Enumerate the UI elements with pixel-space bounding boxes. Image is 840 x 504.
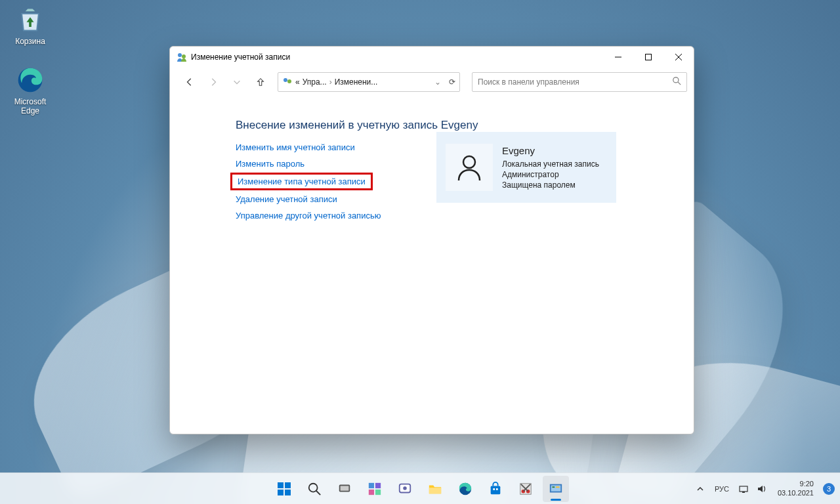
address-bar[interactable]: « Упра... › Изменени... ⌄ ⟳ bbox=[278, 72, 460, 92]
svg-rect-12 bbox=[278, 482, 284, 488]
svg-rect-28 bbox=[491, 486, 501, 494]
svg-rect-13 bbox=[285, 482, 291, 488]
svg-rect-20 bbox=[369, 482, 374, 488]
user-role: Администратор bbox=[502, 169, 599, 180]
highlight-box: Изменение типа учетной записи bbox=[230, 173, 373, 190]
clock[interactable]: 9:20 03.10.2021 bbox=[774, 480, 818, 498]
start-button[interactable] bbox=[271, 476, 297, 502]
user-accounts-icon bbox=[282, 77, 293, 87]
svg-point-8 bbox=[287, 79, 291, 83]
taskbar: РУС 9:20 03.10.2021 3 bbox=[0, 472, 840, 504]
search-input[interactable]: Поиск в панели управления bbox=[472, 72, 687, 92]
user-accounts-icon bbox=[177, 52, 187, 62]
svg-rect-19 bbox=[341, 486, 349, 490]
breadcrumb-level2[interactable]: Изменени... bbox=[335, 77, 378, 87]
language-indicator[interactable]: РУС bbox=[712, 485, 732, 493]
file-explorer-button[interactable] bbox=[422, 476, 448, 502]
window-content: Внесение изменений в учетную запись Evge… bbox=[170, 96, 694, 434]
user-name: Evgeny bbox=[502, 144, 599, 158]
recycle-bin-label: Корзина bbox=[5, 37, 55, 46]
svg-rect-15 bbox=[285, 490, 291, 495]
volume-icon[interactable] bbox=[755, 482, 768, 495]
clock-date: 03.10.2021 bbox=[778, 489, 814, 498]
svg-point-16 bbox=[309, 483, 318, 492]
svg-rect-39 bbox=[556, 486, 560, 488]
notification-center-button[interactable]: 3 bbox=[823, 483, 835, 495]
svg-rect-23 bbox=[375, 489, 381, 494]
user-account-type: Локальная учетная запись bbox=[502, 159, 599, 169]
svg-rect-21 bbox=[375, 482, 381, 488]
titlebar[interactable]: Изменение учетной записи bbox=[170, 47, 694, 68]
back-button[interactable] bbox=[179, 72, 200, 93]
widgets-button[interactable] bbox=[362, 476, 388, 502]
user-password-status: Защищена паролем bbox=[502, 180, 599, 190]
chevron-down-icon[interactable]: ⌄ bbox=[434, 77, 441, 87]
edge-label: Microsoft Edge bbox=[5, 97, 55, 116]
control-panel-button[interactable] bbox=[543, 476, 569, 502]
edge-button[interactable] bbox=[452, 476, 478, 502]
breadcrumb-level1[interactable]: Упра... bbox=[303, 77, 327, 87]
link-change-account-type[interactable]: Изменение типа учетной записи bbox=[238, 177, 366, 186]
store-button[interactable] bbox=[482, 476, 509, 502]
microsoft-edge-icon[interactable]: Microsoft Edge bbox=[5, 66, 55, 116]
user-card: Evgeny Локальная учетная запись Админист… bbox=[436, 132, 616, 203]
svg-rect-26 bbox=[429, 488, 441, 494]
refresh-button[interactable]: ⟳ bbox=[449, 77, 455, 87]
svg-rect-4 bbox=[646, 54, 652, 60]
recent-dropdown-button[interactable] bbox=[226, 72, 247, 93]
minimize-button[interactable] bbox=[603, 47, 633, 68]
svg-rect-29 bbox=[493, 488, 495, 490]
svg-rect-14 bbox=[278, 490, 284, 495]
svg-line-10 bbox=[678, 82, 681, 85]
search-placeholder: Поиск в панели управления bbox=[478, 77, 673, 87]
svg-rect-37 bbox=[551, 485, 561, 491]
chevron-right-icon: › bbox=[329, 77, 332, 87]
page-heading: Внесение изменений в учетную запись Evge… bbox=[236, 119, 667, 132]
search-button[interactable] bbox=[301, 476, 327, 502]
desktop: Корзина Microsoft Edge Изменение учетной… bbox=[0, 0, 840, 504]
chat-button[interactable] bbox=[392, 476, 418, 502]
breadcrumb-back[interactable]: « bbox=[295, 77, 300, 87]
up-button[interactable] bbox=[250, 72, 271, 93]
svg-point-9 bbox=[673, 77, 679, 83]
svg-point-25 bbox=[403, 486, 407, 490]
window-title: Изменение учетной записи bbox=[191, 52, 603, 62]
forward-button[interactable] bbox=[203, 72, 224, 93]
svg-rect-40 bbox=[740, 486, 747, 492]
svg-rect-22 bbox=[369, 489, 374, 494]
svg-rect-41 bbox=[742, 492, 745, 493]
network-icon[interactable] bbox=[737, 482, 750, 495]
recycle-bin-icon[interactable]: Корзина bbox=[5, 5, 55, 46]
svg-rect-38 bbox=[553, 486, 555, 488]
svg-point-7 bbox=[284, 78, 287, 82]
link-manage-other-account[interactable]: Управление другой учетной записью bbox=[236, 211, 667, 220]
svg-point-1 bbox=[178, 53, 182, 57]
maximize-button[interactable] bbox=[633, 47, 663, 68]
navigation-bar: « Упра... › Изменени... ⌄ ⟳ Поиск в пане… bbox=[170, 68, 694, 96]
snipping-tool-button[interactable] bbox=[513, 476, 539, 502]
search-icon bbox=[673, 77, 681, 87]
clock-time: 9:20 bbox=[778, 480, 814, 489]
tray-overflow-button[interactable] bbox=[694, 482, 707, 495]
svg-line-17 bbox=[316, 490, 320, 494]
close-button[interactable] bbox=[663, 47, 694, 68]
svg-rect-30 bbox=[496, 488, 498, 490]
avatar bbox=[446, 144, 493, 191]
svg-point-2 bbox=[182, 54, 186, 58]
control-panel-window: Изменение учетной записи « Упра... › Изм… bbox=[169, 46, 694, 434]
svg-point-11 bbox=[463, 156, 475, 168]
task-view-button[interactable] bbox=[331, 476, 358, 502]
